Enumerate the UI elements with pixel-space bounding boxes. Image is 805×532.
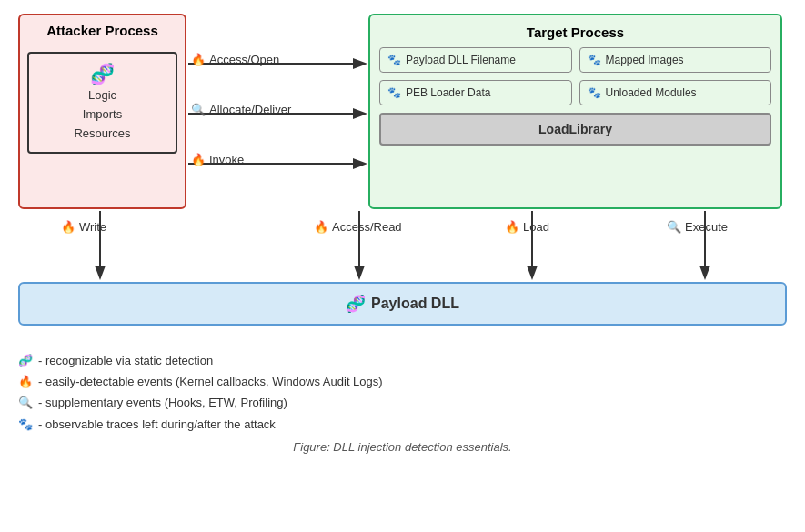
target-items-grid: 🐾 Payload DLL Filename 🐾 Mapped Images 🐾… xyxy=(379,47,771,105)
legend-paw-icon: 🐾 xyxy=(18,417,33,433)
target-item-label-1: Payload DLL Filename xyxy=(406,54,516,66)
label-access-open: 🔥 Access/Open xyxy=(191,53,279,66)
label-write: 🔥 Write xyxy=(61,220,106,234)
fire-icon-5: 🔥 xyxy=(505,220,519,234)
legend-magnifier-text: - supplementary events (Hooks, ETW, Prof… xyxy=(38,395,287,411)
label-allocate-deliver: 🔍 Allocate/Deliver xyxy=(191,103,291,116)
allocate-deliver-text: Allocate/Deliver xyxy=(209,103,291,116)
target-process-box: Target Process 🐾 Payload DLL Filename 🐾 … xyxy=(368,14,782,209)
payload-dll-box: 🧬 Payload DLL xyxy=(18,282,787,326)
label-load: 🔥 Load xyxy=(505,220,549,234)
access-read-text: Access/Read xyxy=(332,220,402,234)
label-access-read: 🔥 Access/Read xyxy=(314,220,402,234)
dna-icon-payload: 🧬 xyxy=(346,294,366,314)
write-text: Write xyxy=(79,220,106,234)
invoke-text: Invoke xyxy=(209,153,244,166)
paw-icon-1: 🐾 xyxy=(387,54,401,66)
diagram-wrapper: Attacker Process 🧬 LogicImportsResources… xyxy=(14,9,791,346)
legend-fire-text: - easily-detectable events (Kernel callb… xyxy=(38,374,383,390)
legend-item-dna: 🧬 - recognizable via static detection xyxy=(18,353,791,369)
target-item-payload-dll: 🐾 Payload DLL Filename xyxy=(379,47,572,73)
legend-dna-text: - recognizable via static detection xyxy=(38,353,213,369)
target-item-peb-loader: 🐾 PEB Loader Data xyxy=(379,80,572,105)
fire-icon-2: 🔥 xyxy=(191,153,206,166)
execute-text: Execute xyxy=(685,220,728,234)
fire-icon-4: 🔥 xyxy=(314,220,328,234)
label-invoke: 🔥 Invoke xyxy=(191,153,244,166)
target-item-label-4: Unloaded Modules xyxy=(606,86,697,99)
fire-icon-1: 🔥 xyxy=(191,53,206,66)
paw-icon-3: 🐾 xyxy=(387,86,401,99)
target-item-unloaded-modules: 🐾 Unloaded Modules xyxy=(579,80,772,105)
target-item-label-2: Mapped Images xyxy=(606,54,684,66)
attacker-inner-label: LogicImportsResources xyxy=(36,86,168,143)
legend-item-paw: 🐾 - observable traces left during/after … xyxy=(18,417,791,433)
payload-label: Payload DLL xyxy=(371,296,459,312)
load-library-box: LoadLibrary xyxy=(379,113,771,146)
attacker-title: Attacker Process xyxy=(27,23,177,38)
attacker-process-box: Attacker Process 🧬 LogicImportsResources xyxy=(18,14,186,209)
magnifier-icon-2: 🔍 xyxy=(667,220,681,234)
legend-item-magnifier: 🔍 - supplementary events (Hooks, ETW, Pr… xyxy=(18,395,791,411)
legend-item-fire: 🔥 - easily-detectable events (Kernel cal… xyxy=(18,374,791,390)
attacker-inner-box: 🧬 LogicImportsResources xyxy=(27,52,177,154)
legend-dna-icon: 🧬 xyxy=(18,353,33,369)
dna-icon-attacker: 🧬 xyxy=(36,63,168,86)
load-text: Load xyxy=(523,220,549,234)
legend-section: 🧬 - recognizable via static detection 🔥 … xyxy=(14,353,791,433)
fire-icon-3: 🔥 xyxy=(61,220,75,234)
figure-caption: Figure: DLL injection detection essentia… xyxy=(14,440,791,454)
label-execute: 🔍 Execute xyxy=(667,220,728,234)
target-item-label-3: PEB Loader Data xyxy=(406,86,490,99)
legend-magnifier-icon: 🔍 xyxy=(18,395,33,411)
paw-icon-2: 🐾 xyxy=(588,54,601,66)
magnifier-icon-1: 🔍 xyxy=(191,103,206,116)
target-item-mapped-images: 🐾 Mapped Images xyxy=(579,47,772,73)
legend-fire-icon: 🔥 xyxy=(18,374,33,390)
paw-icon-4: 🐾 xyxy=(588,86,601,99)
access-open-text: Access/Open xyxy=(209,53,279,66)
diagram-container: Attacker Process 🧬 LogicImportsResources… xyxy=(14,9,791,454)
legend-paw-text: - observable traces left during/after th… xyxy=(38,417,276,433)
target-title: Target Process xyxy=(379,25,771,40)
